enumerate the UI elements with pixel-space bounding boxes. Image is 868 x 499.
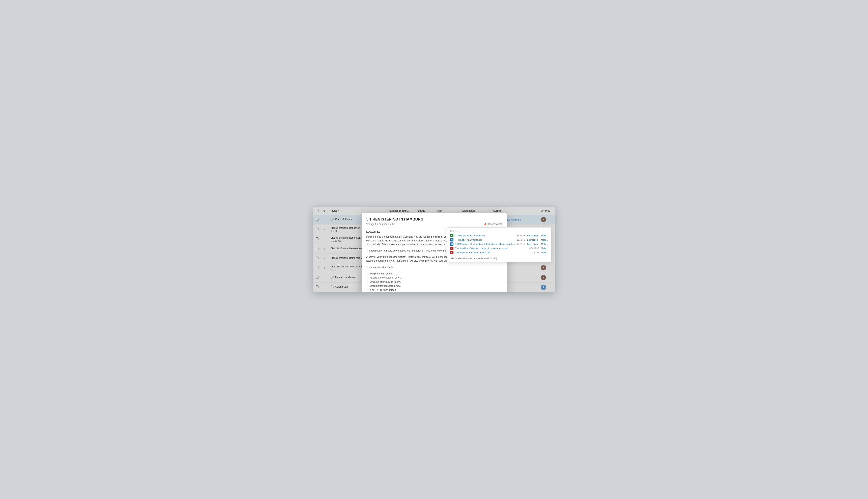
file-type-icon: PD [450,247,454,250]
modal-subtitle: Vorlage für Aufgaben #368 Hohe Priorität [366,223,502,226]
bullet-item: documents: passport & mov... [371,284,502,288]
file-type-icon: XL [450,234,454,237]
file-type-icon: DO [450,242,454,246]
files-label: Dateien: [450,230,548,232]
file-name[interactable]: The specifics of German household mainte… [455,247,528,250]
file-name[interactable]: TRR Employer Confirmation_Arbeitgeberbes… [455,243,515,245]
priority-label: Hohe Priorität [487,223,502,226]
file-action[interactable]: Bearbeiten [527,243,538,245]
modal-overlay: Dateien: XL TRR Newcomers Demand.xlsx 56… [313,207,555,292]
app-container: ⚙ Name ↑ Aktueller Zeitauf... Status Fri… [313,207,555,292]
file-row: DO TRR Employer Confirmation_Arbeitgeber… [450,242,548,246]
file-type-icon: PD [450,251,454,254]
priority-badge: Hohe Priorität [484,223,502,226]
bullet-item: Fee 12 EUR per person [371,288,502,292]
file-name[interactable]: TRR List of Apartments.doc [455,239,515,241]
file-row: PD The deposit for Accommodation.pdf 400… [450,251,548,254]
file-row: DO TRR List of Apartments.doc 133.5 kB B… [450,238,548,241]
download-all-link[interactable]: Alle Dateien als Archiv herunterladen (1… [450,256,548,259]
file-row: XL TRR Newcomers Demand.xlsx 56.74 kB Be… [450,234,548,237]
file-name[interactable]: The deposit for Accommodation.pdf [455,251,528,254]
files-popup: Dateien: XL TRR Newcomers Demand.xlsx 56… [447,227,551,262]
file-type-icon: DO [450,238,454,241]
most-important-title: The most important facts: [366,265,502,269]
file-size: 400.74 kB [529,251,540,254]
file-size: 133.5 kB [517,239,525,241]
files-list: XL TRR Newcomers Demand.xlsx 56.74 kB Be… [450,234,548,254]
file-action[interactable]: Mehr... [541,234,548,237]
file-size: 56.74 kB [517,234,525,237]
file-row: PD The specifics of German household mai… [450,247,548,250]
template-label: Vorlage für Aufgaben #368 [366,223,395,226]
file-action[interactable]: Bearbeiten [527,239,538,241]
file-name[interactable]: TRR Newcomers Demand.xlsx [455,234,515,237]
bullet-item: 2 weeks after moving into y... [371,280,502,284]
modal-title: 5.1 REGISTERING IN HAMBURG [366,217,502,221]
modal-header: 5.1 REGISTERING IN HAMBURG Vorlage für A… [362,213,507,227]
priority-dot [484,223,486,225]
file-action[interactable]: Mehr... [541,247,548,250]
file-action[interactable]: Mehr... [541,251,548,254]
bullet-item: Registering in person [371,272,502,276]
file-size: 464.19 kB [529,247,540,250]
file-action[interactable]: Mehr... [541,243,548,245]
file-action[interactable]: Mehr... [541,239,548,241]
file-size: 12.83 kB [517,243,525,245]
bullet-list: Registering in personat any of the custo… [371,272,502,292]
bullet-item: at any of the customer servi... [371,276,502,280]
file-action[interactable]: Bearbeiten [527,234,538,237]
